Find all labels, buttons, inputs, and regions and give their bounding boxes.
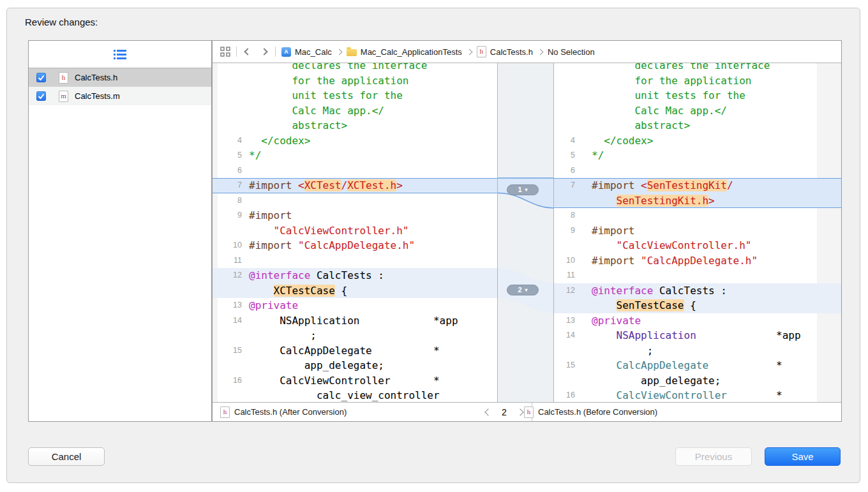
code-line[interactable]: 7#import <XCTest/XCTest.h>	[213, 178, 497, 193]
change-1-menu[interactable]: 1▾	[507, 184, 539, 195]
cancel-button[interactable]: Cancel	[28, 447, 105, 466]
code-line[interactable]: 12@interface CalcTests :	[554, 283, 841, 299]
next-change-button[interactable]	[516, 408, 523, 415]
file-list-header	[29, 41, 211, 68]
code-text: unit tests for the	[249, 88, 497, 103]
line-number: 6	[554, 163, 575, 179]
file-checkbox[interactable]	[36, 73, 46, 82]
line-number: 12	[554, 283, 575, 299]
code-pane-before[interactable]: declares the interface for the applicati…	[554, 63, 841, 402]
code-line[interactable]: 14 NSApplication *app	[554, 328, 841, 343]
jump-bar: Mac_Calc Mac_Calc_ApplicationTests h Cal…	[213, 41, 841, 63]
code-text: SenTestCase {	[592, 298, 841, 313]
after-file-label-group: h CalcTests.h (After Conversion)	[220, 403, 347, 421]
code-line[interactable]: for the application	[554, 73, 841, 89]
forward-button[interactable]	[260, 48, 267, 55]
code-line[interactable]: 8	[213, 193, 497, 209]
file-name: CalcTests.h	[75, 73, 117, 82]
code-line[interactable]: Calc Mac app.</	[554, 103, 841, 119]
back-button[interactable]	[244, 48, 251, 55]
code-line[interactable]: "CalcViewController.h"	[554, 238, 841, 253]
previous-change-button[interactable]	[484, 408, 491, 415]
line-number: 15	[213, 343, 242, 359]
code-line[interactable]: abstract>	[213, 118, 497, 133]
code-line[interactable]: 16 CalcViewController *	[554, 388, 841, 402]
code-line[interactable]: 6	[213, 163, 497, 179]
change-count: 2	[502, 407, 507, 417]
code-text: abstract>	[592, 118, 841, 133]
save-button[interactable]: Save	[765, 447, 841, 466]
code-line[interactable]: 13@private	[554, 313, 841, 329]
code-line[interactable]: 13@private	[213, 298, 497, 313]
breadcrumb-project[interactable]: Mac_Calc	[281, 47, 332, 57]
project-icon	[281, 47, 291, 57]
line-number: 7	[554, 178, 575, 193]
code-line[interactable]: for the application	[213, 73, 497, 89]
divider	[275, 47, 276, 57]
code-line[interactable]: 5*/	[213, 148, 497, 163]
line-number: 4	[554, 133, 575, 149]
code-line[interactable]: 16 CalcViewController *	[213, 373, 497, 389]
code-line[interactable]: 4 </codex>	[213, 133, 497, 149]
code-pane-after[interactable]: declares the interface for the applicati…	[213, 63, 497, 402]
breadcrumb-selection[interactable]: No Selection	[548, 47, 595, 57]
breadcrumb-file[interactable]: h CalcTests.h	[477, 46, 533, 57]
code-text: CalcAppDelegate *	[592, 358, 841, 373]
code-line[interactable]: 11	[554, 268, 841, 283]
code-line[interactable]: 8	[554, 208, 841, 223]
code-text: SenTestingKit.h>	[592, 193, 841, 209]
breadcrumb-label: No Selection	[548, 47, 595, 57]
code-line[interactable]: SenTestCase {	[554, 298, 841, 313]
folder-icon	[347, 49, 357, 56]
code-line[interactable]: app_delegate;	[213, 358, 497, 373]
code-line[interactable]: 7#import <SenTestingKit/	[554, 178, 841, 193]
code-line[interactable]: ;	[554, 343, 841, 359]
code-text: </codex>	[592, 133, 841, 149]
code-line[interactable]: 9#import	[213, 208, 497, 223]
change-2-menu[interactable]: 2▾	[507, 285, 539, 295]
code-text: declares the interface	[592, 63, 841, 73]
code-line[interactable]: Calc Mac app.</	[213, 103, 497, 119]
code-line[interactable]: 4 </codex>	[554, 133, 841, 149]
line-number: 13	[213, 298, 242, 313]
code-text: ;	[249, 328, 497, 343]
code-line[interactable]: 10#import "CalcAppDelegate.h"	[213, 238, 497, 253]
code-line[interactable]: app_delegate;	[554, 373, 841, 389]
line-number: 14	[554, 328, 575, 343]
breadcrumb-group[interactable]: Mac_Calc_ApplicationTests	[347, 47, 462, 57]
file-checkbox[interactable]	[36, 91, 46, 101]
file-list: hCalcTests.hmCalcTests.m	[29, 68, 211, 105]
code-text: unit tests for the	[592, 88, 841, 103]
code-line[interactable]: 11	[213, 253, 497, 269]
related-items-icon[interactable]	[220, 47, 230, 57]
before-file-label: CalcTests.h (Before Conversion)	[538, 407, 657, 417]
code-line[interactable]: XCTestCase {	[213, 283, 497, 299]
code-line[interactable]: "CalcViewController.h"	[213, 223, 497, 239]
code-text: declares the interface	[249, 63, 497, 73]
code-line[interactable]: calc_view_controller	[213, 388, 497, 402]
code-line[interactable]: 14 NSApplication *app	[213, 313, 497, 329]
code-line[interactable]: unit tests for the	[554, 88, 841, 103]
code-line[interactable]: ;	[213, 328, 497, 343]
code-line[interactable]: 9#import	[554, 223, 841, 239]
code-line[interactable]: 6	[554, 163, 841, 179]
code-line[interactable]: SenTestingKit.h>	[554, 193, 841, 209]
code-line[interactable]: abstract>	[554, 118, 841, 133]
chevron-down-icon: ▾	[525, 285, 528, 295]
code-text: Calc Mac app.</	[249, 103, 497, 119]
code-line[interactable]: 12@interface CalcTests :	[213, 268, 497, 283]
code-text: for the application	[249, 73, 497, 89]
code-line[interactable]: declares the interface	[213, 63, 497, 73]
code-line[interactable]: 10#import "CalcAppDelegate.h"	[554, 253, 841, 269]
sidebar-file-row[interactable]: mCalcTests.m	[29, 87, 211, 105]
chevron-right-icon	[336, 48, 342, 55]
code-line[interactable]: declares the interface	[554, 63, 841, 73]
code-line[interactable]: 15 CalcAppDelegate *	[213, 343, 497, 359]
previous-button[interactable]: Previous	[675, 447, 752, 466]
code-line[interactable]: unit tests for the	[213, 88, 497, 103]
sidebar-file-row[interactable]: hCalcTests.h	[29, 68, 211, 87]
code-line[interactable]: 5*/	[554, 148, 841, 163]
line-number: 14	[213, 313, 242, 329]
file-name: CalcTests.m	[75, 91, 120, 101]
code-line[interactable]: 15 CalcAppDelegate *	[554, 358, 841, 373]
